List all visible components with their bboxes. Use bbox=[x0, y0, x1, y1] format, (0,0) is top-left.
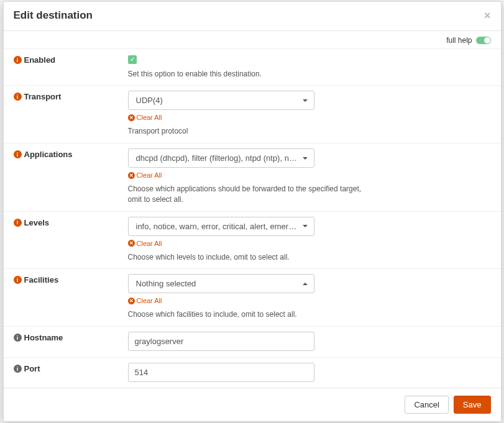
levels-dropdown[interactable]: info, notice, warn, error, critical, ale… bbox=[128, 217, 314, 236]
clear-icon: ✕ bbox=[128, 114, 135, 121]
port-input[interactable] bbox=[128, 363, 314, 382]
clear-icon: ✕ bbox=[128, 172, 135, 179]
label-transport: Transport bbox=[24, 92, 62, 101]
save-button[interactable]: Save bbox=[454, 396, 491, 414]
row-applications: i Applications dhcpd (dhcpd), filter (fi… bbox=[4, 143, 501, 212]
label-facilities: Facilities bbox=[24, 275, 59, 284]
info-icon[interactable]: i bbox=[14, 56, 22, 64]
row-levels: i Levels info, notice, warn, error, crit… bbox=[4, 212, 501, 270]
applications-dropdown[interactable]: dhcpd (dhcpd), filter (filterlog), ntpd … bbox=[128, 148, 314, 168]
edit-destination-modal: Edit destination × full help i Enabled ✓… bbox=[3, 1, 502, 422]
clear-applications[interactable]: ✕ Clear All bbox=[128, 171, 162, 179]
info-icon[interactable]: i bbox=[14, 150, 22, 158]
help-applications: Choose which applications should be forw… bbox=[128, 184, 364, 205]
help-facilities: Choose which facilities to include, omit… bbox=[128, 309, 364, 320]
info-icon[interactable]: i bbox=[14, 219, 22, 227]
help-transport: Transport protocol bbox=[128, 126, 364, 137]
label-hostname: Hostname bbox=[24, 333, 63, 342]
close-icon[interactable]: × bbox=[484, 10, 491, 21]
help-enabled: Set this option to enable this destinati… bbox=[128, 69, 364, 80]
row-facilities: i Facilities Nothing selected ✕ Clear Al… bbox=[4, 269, 501, 327]
cancel-button[interactable]: Cancel bbox=[405, 396, 448, 414]
facilities-dropdown[interactable]: Nothing selected bbox=[128, 274, 314, 293]
full-help-label: full help bbox=[446, 36, 472, 45]
form-table: i Enabled ✓ Set this option to enable th… bbox=[4, 49, 501, 388]
info-icon[interactable]: i bbox=[14, 93, 22, 101]
info-icon[interactable]: i bbox=[14, 365, 22, 373]
label-levels: Levels bbox=[24, 218, 49, 227]
modal-body: full help i Enabled ✓ Set this option to… bbox=[4, 31, 501, 388]
help-bar: full help bbox=[4, 31, 501, 49]
row-hostname: i Hostname bbox=[4, 327, 501, 358]
clear-label: Clear All bbox=[137, 297, 162, 304]
info-icon[interactable]: i bbox=[14, 334, 22, 342]
label-applications: Applications bbox=[24, 150, 73, 159]
info-icon[interactable]: i bbox=[14, 276, 22, 284]
clear-icon: ✕ bbox=[128, 298, 135, 304]
help-levels: Choose which levels to include, omit to … bbox=[128, 252, 364, 263]
row-transport: i Transport UDP(4) ✕ Clear All Transport… bbox=[4, 86, 501, 143]
modal-footer: Cancel Save bbox=[4, 388, 501, 421]
clear-facilities[interactable]: ✕ Clear All bbox=[128, 297, 162, 304]
clear-label: Clear All bbox=[137, 171, 162, 179]
modal-title: Edit destination bbox=[14, 9, 93, 22]
row-port: i Port bbox=[4, 358, 501, 388]
modal-header: Edit destination × bbox=[4, 2, 501, 31]
full-help-toggle[interactable] bbox=[476, 37, 491, 44]
hostname-input[interactable] bbox=[128, 332, 314, 351]
enabled-checkbox[interactable]: ✓ bbox=[128, 55, 137, 64]
clear-levels[interactable]: ✕ Clear All bbox=[128, 240, 162, 247]
label-enabled: Enabled bbox=[24, 55, 56, 65]
label-port: Port bbox=[24, 364, 40, 373]
transport-dropdown[interactable]: UDP(4) bbox=[128, 91, 314, 110]
clear-label: Clear All bbox=[137, 240, 162, 247]
clear-label: Clear All bbox=[137, 114, 162, 121]
row-enabled: i Enabled ✓ Set this option to enable th… bbox=[4, 49, 501, 86]
clear-icon: ✕ bbox=[128, 240, 135, 247]
clear-transport[interactable]: ✕ Clear All bbox=[128, 114, 162, 121]
